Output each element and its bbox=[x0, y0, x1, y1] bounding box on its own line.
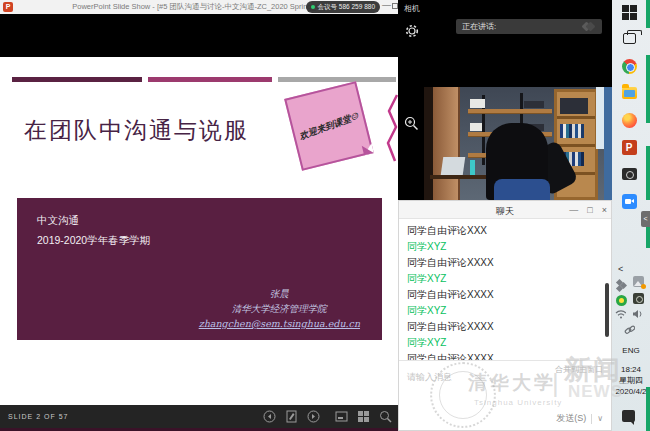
caption-icon[interactable] bbox=[335, 410, 348, 423]
chat-message: 同学XYZ bbox=[407, 239, 597, 255]
minimize-button[interactable]: — bbox=[382, 0, 391, 10]
powerpoint-icon[interactable]: P bbox=[621, 139, 637, 155]
merge-to-main-link[interactable]: 合并到主窗口 bbox=[555, 364, 603, 375]
chat-maximize-button[interactable]: □ bbox=[587, 205, 592, 215]
firefox-icon[interactable] bbox=[621, 112, 637, 128]
send-options-chevron-icon[interactable]: ∨ bbox=[597, 414, 603, 423]
sticky-note: 欢迎来到课堂☺ bbox=[284, 81, 374, 171]
shelf-item bbox=[524, 101, 544, 108]
task-view-icon[interactable] bbox=[621, 31, 637, 47]
pen-annotate-icon[interactable] bbox=[285, 410, 298, 423]
file-explorer-icon[interactable] bbox=[621, 85, 637, 101]
meeting-id-text: 会议号 586 259 880 bbox=[318, 3, 375, 12]
edge-strip bbox=[646, 387, 650, 431]
sticky-fold-shadow bbox=[362, 143, 374, 155]
security-green-icon[interactable] bbox=[616, 295, 627, 306]
chat-minimize-button[interactable]: — bbox=[569, 205, 578, 215]
chat-message: 同学自由评论XXX bbox=[407, 223, 597, 239]
clock-weekday: 星期四 bbox=[612, 375, 650, 386]
taskbar: P < < ENG 18:24 星期四 2020/4/2 bbox=[612, 0, 650, 431]
previous-slide-icon[interactable] bbox=[263, 410, 276, 423]
chat-message: 同学自由评论XXXX bbox=[407, 255, 597, 271]
clock-date: 2020/4/2 bbox=[612, 386, 650, 397]
meeting-logo-icon bbox=[583, 23, 594, 30]
slideshow-letterbox bbox=[0, 14, 398, 57]
course-term: 2019-2020学年春季学期 bbox=[37, 234, 150, 248]
binders bbox=[560, 98, 588, 114]
course-info-box: 中文沟通 2019-2020学年春季学期 张晨 清华大学经济管理学院 zhang… bbox=[17, 198, 382, 340]
books bbox=[560, 124, 584, 138]
presenter-toolbar: SLIDE 2 OF 57 bbox=[0, 405, 398, 428]
chair-cushion bbox=[494, 179, 550, 200]
taskbar-clock[interactable]: 18:24 星期四 2020/4/2 bbox=[612, 364, 650, 397]
sticky-note-text: 欢迎来到课堂☺ bbox=[298, 109, 361, 142]
chrome-icon[interactable] bbox=[621, 58, 637, 74]
clock-time: 18:24 bbox=[612, 364, 650, 375]
author-affiliation: 清华大学经济管理学院 bbox=[199, 301, 360, 316]
chat-input-placeholder[interactable]: 请输入消息 bbox=[407, 371, 452, 384]
edge-strip bbox=[646, 0, 650, 28]
author-email-link[interactable]: zhangchen@sem.tsinghua.edu.cn bbox=[199, 318, 360, 329]
wifi-icon[interactable] bbox=[615, 309, 626, 320]
speaker-icon[interactable] bbox=[632, 309, 643, 320]
see-all-slides-icon[interactable] bbox=[357, 410, 370, 423]
chat-scrollbar-thumb[interactable] bbox=[605, 283, 609, 337]
storage-box bbox=[470, 99, 485, 108]
chat-message: 同学自由评论XXXX bbox=[407, 319, 597, 335]
laptop bbox=[441, 157, 466, 175]
slide-accent-bar-magenta bbox=[148, 77, 272, 82]
chat-message: 同学XYZ bbox=[407, 271, 597, 287]
slide-count-label: SLIDE 2 OF 57 bbox=[8, 413, 68, 420]
chat-close-button[interactable]: × bbox=[602, 205, 607, 215]
send-button[interactable]: 发送(S) bbox=[556, 412, 586, 425]
chat-message-list[interactable]: 同学自由评论XXX同学XYZ同学自由评论XXXX同学XYZ同学自由评论XXXX同… bbox=[407, 223, 597, 367]
chat-message: 同学XYZ bbox=[407, 303, 597, 319]
next-slide-icon[interactable] bbox=[307, 410, 320, 423]
author-name: 张晨 bbox=[199, 286, 360, 301]
powerpoint-window: P PowerPoint Slide Show - [#5 团队沟通与讨论-中文… bbox=[0, 0, 398, 431]
capture-camera-icon[interactable] bbox=[633, 293, 644, 304]
camera-app-icon[interactable] bbox=[621, 166, 637, 182]
zoom-in-magnifier-icon[interactable] bbox=[404, 116, 419, 131]
chat-header[interactable]: 聊天 — □ × bbox=[399, 201, 611, 219]
meeting-video-panel: 相机 正在讲话: bbox=[398, 0, 612, 200]
edge-strip bbox=[646, 146, 650, 200]
photos-icon[interactable] bbox=[633, 276, 644, 287]
settings-gear-icon[interactable] bbox=[405, 24, 419, 38]
speaking-label: 正在讲话: bbox=[462, 21, 583, 32]
course-name: 中文沟通 bbox=[37, 214, 79, 228]
start-icon[interactable] bbox=[621, 4, 637, 20]
camera-label: 相机 bbox=[404, 3, 420, 14]
storage-box bbox=[470, 123, 482, 131]
chat-input-area[interactable]: 合并到主窗口 请输入消息 发送(S) ∨ bbox=[399, 360, 611, 430]
ppt-titlebar[interactable]: P PowerPoint Slide Show - [#5 团队沟通与讨论-中文… bbox=[0, 0, 398, 14]
speaking-indicator-bar: 正在讲话: bbox=[456, 19, 602, 34]
edge-strip bbox=[646, 227, 650, 248]
webcam-video-feed[interactable] bbox=[424, 87, 612, 200]
author-credit: 张晨 清华大学经济管理学院 zhangchen@sem.tsinghua.edu… bbox=[199, 286, 360, 331]
panel-collapse-handle[interactable]: < bbox=[641, 211, 650, 227]
door-opening bbox=[424, 87, 433, 200]
send-divider bbox=[591, 414, 592, 424]
language-indicator[interactable]: ENG bbox=[612, 346, 650, 355]
action-center-icon[interactable] bbox=[622, 410, 635, 422]
slide-accent-bar-gray bbox=[278, 77, 396, 82]
link-icon[interactable] bbox=[624, 324, 635, 335]
recording-dot-icon bbox=[311, 5, 315, 9]
chat-window: 聊天 — □ × 同学自由评论XXX同学XYZ同学自由评论XXXX同学XYZ同学… bbox=[398, 200, 612, 431]
tencent-meeting-icon[interactable] bbox=[621, 193, 637, 209]
wall-shelf bbox=[468, 109, 552, 114]
chat-message: 同学XYZ bbox=[407, 335, 597, 351]
blue-curtain bbox=[604, 87, 612, 200]
zoom-slide-icon[interactable] bbox=[379, 410, 392, 423]
hidden-icons-chevron[interactable]: < bbox=[618, 264, 623, 274]
desktop-screen: P PowerPoint Slide Show - [#5 团队沟通与讨论-中文… bbox=[0, 0, 650, 431]
slide-canvas[interactable]: 在团队中沟通与说服 欢迎来到课堂☺ 中文沟通 2019-2020学年春季学期 张… bbox=[0, 57, 398, 405]
slide-accent-bar-dark bbox=[12, 77, 142, 82]
dropbox-icon[interactable] bbox=[616, 280, 627, 291]
meeting-id-badge[interactable]: 会议号 586 259 880 bbox=[306, 1, 380, 13]
teal-bottle bbox=[470, 160, 475, 175]
magenta-ribbon-decoration bbox=[384, 93, 398, 163]
slide-title: 在团队中沟通与说服 bbox=[24, 115, 249, 146]
chat-message: 同学自由评论XXXX bbox=[407, 287, 597, 303]
